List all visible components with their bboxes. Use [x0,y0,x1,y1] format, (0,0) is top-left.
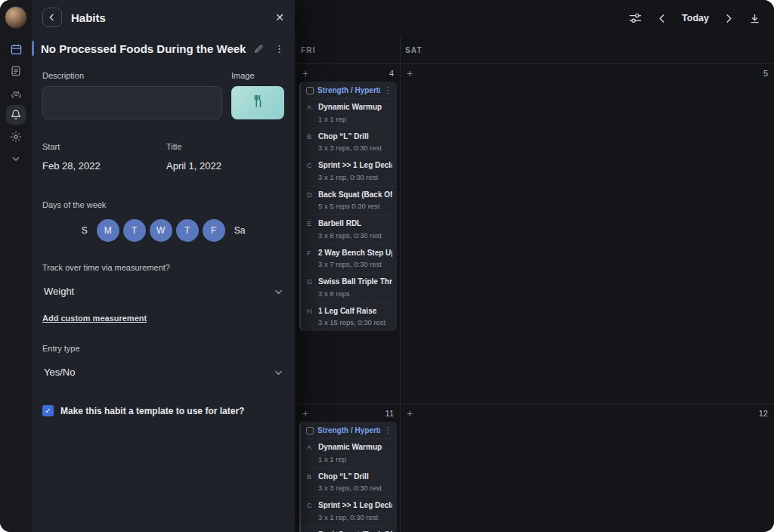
calendar-day-cell[interactable]: +12 [400,404,774,532]
workout-checkbox[interactable] [306,87,314,94]
accent-bar [32,41,34,56]
exercise-row[interactable]: ADynamic Warmup1 x 1 rep [301,98,397,128]
exercise-body: Dynamic Warmup1 x 1 rep [318,443,392,463]
fork-knife-icon [249,92,267,113]
workout-menu-icon[interactable]: ⋮ [384,86,392,94]
end-date-value[interactable]: April 1, 2022 [166,160,284,172]
exercise-body: Swiss Ball Triple Threat3 x 8 reps [318,277,392,298]
exercise-body: 1 Leg Calf Raise3 x 15 reps, 0:30 rest [318,307,392,327]
day-cell-header: +12 [401,404,774,420]
track-measurement-label: Track over time via measurement? [42,263,284,272]
date-labels-row: Start Title [42,142,284,151]
nav-icons [6,39,26,169]
exercise-prefix: G [307,277,318,298]
workout-checkbox[interactable] [306,427,314,435]
exercise-row[interactable]: DBack Squat (Back Off Set)5 x 5 reps 0:3… [301,526,397,532]
close-icon[interactable]: ✕ [275,11,284,23]
heart-hands-icon[interactable] [6,83,26,103]
filter-sliders-icon[interactable] [629,13,642,23]
exercise-body: Chop “L” Drill3 x 3 reps, 0:30 rest [318,132,392,153]
exercise-prefix: C [307,501,318,521]
exercise-prefix: A [307,103,318,123]
exercise-row[interactable]: CSprint >> 1 Leg Declarations3 x 1 rep, … [301,496,397,526]
exercise-detail: 3 x 8 reps [318,289,392,298]
chevron-down-icon [274,286,283,297]
exercise-name: Sprint >> 1 Leg Declarations [318,161,392,171]
calendar-day-cell[interactable]: +4Strength / Hypertro...⋮ADynamic Warmup… [296,64,400,404]
panel-header: Habits ✕ [32,0,295,35]
exercise-name: Swiss Ball Triple Threat [318,277,392,287]
exercise-row[interactable]: F2 Way Bench Step Up3 x 7 reps, 0:30 res… [301,244,397,274]
exercise-detail: 3 x 7 reps, 0:30 rest [318,260,392,268]
add-custom-measurement-link[interactable]: Add custom measurement [42,314,147,323]
document-icon[interactable] [6,61,26,81]
edit-icon[interactable] [254,44,264,54]
workout-menu-icon[interactable]: ⋮ [384,426,392,435]
day-of-week-s[interactable]: S [76,225,93,236]
chevron-down-icon[interactable] [6,149,26,169]
workout-card-title-row: Strength / Hypertro...⋮ [301,422,397,438]
workout-card[interactable]: Strength / Hypertro...⋮ADynamic Warmup1 … [299,422,397,532]
exercise-row[interactable]: ADynamic Warmup1 x 1 rep [301,438,397,468]
today-button[interactable]: Today [682,13,709,23]
description-input[interactable] [42,86,222,119]
exercise-body: Back Squat (Back Off Set)5 x 5 reps 0:30… [318,190,392,211]
exercise-row[interactable]: BChop “L” Drill3 x 3 reps, 0:30 rest [301,128,397,157]
habits-panel: Habits ✕ No Processed Foods During the W… [32,0,295,532]
calendar-day-cell[interactable]: +11Strength / Hypertro...⋮ADynamic Warmu… [296,404,400,532]
workout-card[interactable]: Strength / Hypertro...⋮ADynamic Warmup1 … [299,82,397,331]
exercise-detail: 3 x 3 reps, 0:30 rest [318,144,392,152]
exercise-name: Sprint >> 1 Leg Declarations [318,501,392,511]
day-number: 5 [763,69,768,78]
next-week-icon[interactable] [726,14,732,23]
habit-menu-icon[interactable]: ⋮ [274,43,284,54]
exercise-detail: 5 x 5 reps 0:30 rest [318,202,392,210]
start-date-value[interactable]: Feb 28, 2022 [42,160,166,172]
gear-icon[interactable] [6,127,26,147]
add-workout-icon[interactable]: + [407,68,413,79]
workout-title: Strength / Hypertro... [317,426,380,435]
back-button[interactable] [42,8,62,27]
add-workout-icon[interactable]: + [302,408,308,419]
exercise-row[interactable]: GSwiss Ball Triple Threat3 x 8 reps [301,273,397,302]
day-cell-header: +4 [296,64,400,80]
calendar-day-cell[interactable]: +5 [400,64,774,404]
day-number: 4 [389,69,394,78]
template-checkbox-row: ✓ Make this habit a template to use for … [42,405,284,416]
exercise-prefix: B [307,132,318,153]
day-header: SAT [400,36,774,63]
bell-icon[interactable] [6,105,26,125]
download-icon[interactable] [749,13,760,24]
exercise-row[interactable]: DBack Squat (Back Off Set)5 x 5 reps 0:3… [301,186,397,215]
template-checkbox[interactable]: ✓ [42,405,54,416]
description-label: Description [42,71,231,80]
exercise-row[interactable]: H1 Leg Calf Raise3 x 15 reps, 0:30 rest [301,302,397,332]
add-workout-icon[interactable]: + [302,68,308,79]
previous-week-icon[interactable] [658,14,665,23]
panel-body: Description Image Start Title Feb 28, 20… [32,56,295,532]
exercise-row[interactable]: CSprint >> 1 Leg Declarations3 x 1 rep, … [301,156,397,186]
add-workout-icon[interactable]: + [407,408,413,419]
day-of-week-m[interactable]: M [97,219,119,242]
template-checkbox-label: Make this habit a template to use for la… [60,406,244,416]
day-cell-header: +5 [401,64,774,80]
day-number: 11 [385,409,394,418]
day-cell-header: +11 [296,404,400,420]
exercise-row[interactable]: EBarbell RDL3 x 8 reps, 0:30 rest [301,215,397,244]
day-of-week-f[interactable]: F [203,219,225,242]
entry-type-select[interactable]: Yes/No [42,362,284,382]
chevron-down-icon [274,367,283,378]
exercise-row[interactable]: BChop “L” Drill3 x 3 reps, 0:30 rest [301,468,397,497]
exercise-name: 1 Leg Calf Raise [318,307,392,317]
day-of-week-w[interactable]: W [150,219,172,242]
measurement-value: Weight [44,286,74,297]
day-of-week-t[interactable]: T [123,219,146,242]
day-of-week-t[interactable]: T [176,219,199,242]
calendar-icon[interactable] [6,39,26,59]
measurement-select[interactable]: Weight [42,281,284,302]
habit-image[interactable] [231,86,284,119]
avatar[interactable] [5,6,27,29]
end-label: Title [166,142,284,151]
days-of-week-label: Days of the week [42,200,284,209]
day-of-week-sa[interactable]: Sa [229,225,251,236]
